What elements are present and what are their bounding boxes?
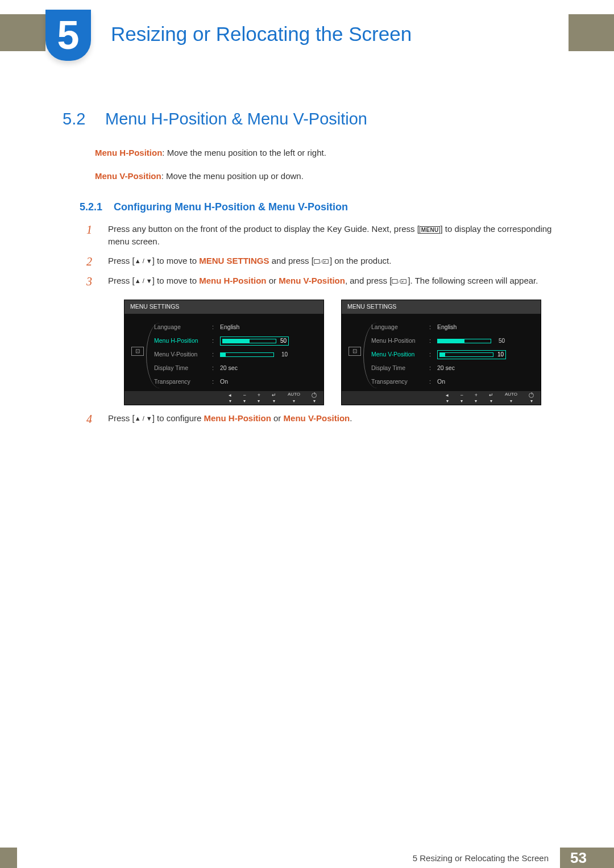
step-1: 1 Press any button on the front of the p… <box>80 223 558 248</box>
step-text: or <box>267 276 279 285</box>
svg-rect-5 <box>401 280 406 284</box>
enter-icon: / <box>392 276 408 288</box>
svg-text:/: / <box>399 279 400 284</box>
menu-settings-term: MENU SETTINGS <box>199 256 269 265</box>
hpos-term: Menu H-Position <box>204 413 271 423</box>
osd-enter-icon: ↵▾ <box>489 393 493 404</box>
osd-category-icon: ⊡ <box>131 347 144 356</box>
osd-value: 20 sec <box>437 364 533 372</box>
vpos-term: Menu V-Position <box>95 171 161 181</box>
step-number: 2 <box>86 254 92 270</box>
svg-rect-3 <box>392 280 397 284</box>
osd-minus-icon: −▾ <box>243 393 246 404</box>
step-text: and press [ <box>269 256 314 265</box>
chapter-number-badge: 5 <box>45 10 91 61</box>
step-2: 2 Press [▲ / ▼] to move to MENU SETTINGS… <box>80 255 558 268</box>
up-down-icon: ▲ / ▼ <box>135 415 152 422</box>
hpos-desc: : Move the menu position to the left or … <box>162 148 326 157</box>
step-text: ] on the product. <box>330 256 391 265</box>
page-footer: 5 Resizing or Relocating the Screen 53 <box>0 848 614 868</box>
hpos-term: Menu H-Position <box>95 148 162 157</box>
section-title: Menu H-Position & Menu V-Position <box>105 110 367 128</box>
step-3: 3 Press [▲ / ▼] to move to Menu H-Positi… <box>80 275 558 405</box>
svg-rect-0 <box>314 259 320 263</box>
step-text: ]. The following screen will appear. <box>408 276 538 285</box>
osd-slider-value: 10 <box>277 351 288 359</box>
osd-plus-icon: +▾ <box>475 393 478 404</box>
step-text: Press any button on the front of the pro… <box>108 224 420 234</box>
svg-rect-2 <box>323 259 328 263</box>
osd-value: English <box>220 323 316 331</box>
osd-arc-divider <box>363 323 380 388</box>
step-text: Press [ <box>108 276 135 285</box>
osd-enter-icon: ↵▾ <box>272 393 276 404</box>
page-number: 53 <box>560 848 597 868</box>
osd-auto-button: AUTO▾ <box>505 391 517 404</box>
step-text: ] to move to <box>152 256 200 265</box>
subsection-number: 5.2.1 <box>80 201 102 213</box>
osd-panel-vpos: MENU SETTINGS ⊡ Language:English Menu H-… <box>341 300 541 405</box>
step-number: 4 <box>86 411 92 427</box>
step-text: ] to configure <box>152 413 204 423</box>
osd-plus-icon: +▾ <box>258 393 260 404</box>
osd-minus-icon: −▾ <box>460 393 463 404</box>
enter-icon: / <box>314 256 330 268</box>
osd-footer: ◂▾ −▾ +▾ ↵▾ AUTO▾ ▾ <box>125 391 323 405</box>
osd-value: On <box>437 377 533 386</box>
osd-panel-hpos: MENU SETTINGS ⊡ Language:English Menu H-… <box>124 300 324 405</box>
osd-title: MENU SETTINGS <box>342 300 541 314</box>
osd-back-icon: ◂▾ <box>446 393 449 404</box>
osd-title: MENU SETTINGS <box>125 300 323 314</box>
osd-power-icon: ▾ <box>312 393 317 404</box>
osd-slider-value: 50 <box>495 337 505 346</box>
step-number: 1 <box>86 222 92 238</box>
step-text: or <box>271 413 284 423</box>
menu-key-icon: MENU <box>420 226 441 234</box>
step-number: 3 <box>86 273 92 290</box>
vpos-desc: : Move the menu position up or down. <box>161 171 304 181</box>
steps-list: 1 Press any button on the front of the p… <box>80 223 558 431</box>
step-text: Press [ <box>108 413 135 423</box>
osd-back-icon: ◂▾ <box>229 393 231 404</box>
section-number: 5.2 <box>63 110 85 128</box>
step-text: ] to move to <box>152 276 200 285</box>
osd-value: On <box>220 377 316 386</box>
intro-block: Menu H-Position: Move the menu position … <box>95 147 558 193</box>
osd-slider-value: 50 <box>276 337 287 346</box>
svg-text:/: / <box>321 259 322 264</box>
step-text: Press [ <box>108 256 135 265</box>
osd-power-icon: ▾ <box>529 393 534 404</box>
up-down-icon: ▲ / ▼ <box>135 277 152 284</box>
up-down-icon: ▲ / ▼ <box>135 258 152 264</box>
vpos-term: Menu V-Position <box>279 276 345 285</box>
osd-value: 20 sec <box>220 364 316 372</box>
osd-footer: ◂▾ −▾ +▾ ↵▾ AUTO▾ ▾ <box>342 391 541 405</box>
step-text: . <box>350 413 352 423</box>
hpos-term: Menu H-Position <box>199 276 266 285</box>
osd-auto-button: AUTO▾ <box>288 391 300 404</box>
step-4: 4 Press [▲ / ▼] to configure Menu H-Posi… <box>80 412 558 425</box>
osd-slider-value: 10 <box>493 351 504 359</box>
osd-value: English <box>437 323 533 331</box>
chapter-title: Resizing or Relocating the Screen <box>111 23 412 45</box>
subsection-title: Configuring Menu H-Position & Menu V-Pos… <box>114 201 348 213</box>
footer-text: 5 Resizing or Relocating the Screen <box>413 853 549 863</box>
step-text: , and press [ <box>345 276 392 285</box>
vpos-term: Menu V-Position <box>284 413 350 423</box>
osd-category-icon: ⊡ <box>349 347 361 356</box>
osd-arc-divider <box>146 323 163 388</box>
osd-screenshots: MENU SETTINGS ⊡ Language:English Menu H-… <box>124 300 558 405</box>
